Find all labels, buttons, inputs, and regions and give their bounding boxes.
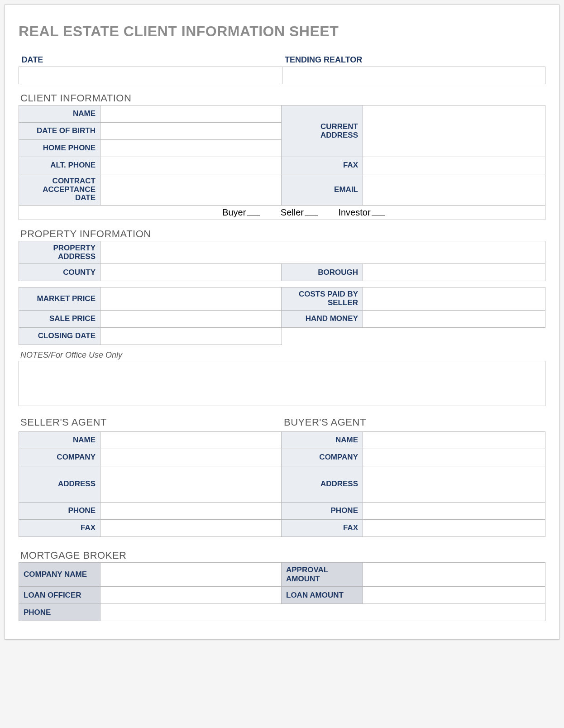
loan-amount-label: LOAN AMOUNT [282,587,363,604]
realtor-label: TENDING REALTOR [282,53,545,67]
ba-fax-label: FAX [282,520,363,537]
ba-phone-field[interactable] [363,503,545,520]
realtor-field[interactable] [282,67,545,84]
alt-phone-field[interactable] [100,157,282,174]
company-name-field[interactable] [100,563,282,587]
hand-money-field[interactable] [363,310,545,327]
date-field[interactable] [19,67,282,84]
loan-officer-field[interactable] [100,587,282,604]
client-table: NAME CURRENT ADDRESS DATE OF BIRTH HOME … [19,105,545,220]
ba-name-field[interactable] [363,432,545,449]
company-name-label: COMPANY NAME [19,563,100,587]
agents-table: NAME NAME COMPANY COMPANY ADDRESS ADDRES… [19,431,545,537]
ba-name-label: NAME [282,432,363,449]
sale-price-label: SALE PRICE [19,310,100,327]
home-phone-field[interactable] [100,140,282,157]
alt-phone-label: ALT. PHONE [19,157,100,174]
sa-company-field[interactable] [100,449,282,466]
ba-company-field[interactable] [363,449,545,466]
ba-address-label: ADDRESS [282,466,363,503]
county-field[interactable] [100,264,282,281]
hand-money-label: HAND MONEY [282,310,363,327]
name-field[interactable] [100,105,282,123]
county-label: COUNTY [19,264,100,281]
closing-date-table: CLOSING DATE [19,328,282,345]
notes-field[interactable] [19,361,545,406]
mb-phone-field[interactable] [100,604,545,621]
contract-field[interactable] [100,174,282,206]
loan-officer-label: LOAN OFFICER [19,587,100,604]
contract-label: CONTRACT ACCEPTANCE DATE [19,174,100,206]
fax-field[interactable] [363,157,545,174]
agent-titles: SELLER'S AGENT BUYER'S AGENT [19,414,545,431]
name-label: NAME [19,105,100,123]
sa-company-label: COMPANY [19,449,100,466]
date-label: DATE [19,53,282,67]
buyer-blank[interactable] [247,215,260,216]
borough-field[interactable] [363,264,545,281]
mb-phone-label: PHONE [19,604,100,621]
document-page: REAL ESTATE CLIENT INFORMATION SHEET DAT… [5,5,559,640]
investor-blank[interactable] [372,215,385,216]
market-price-field[interactable] [100,287,282,310]
sa-fax-field[interactable] [100,520,282,537]
mortgage-section-title: MORTGAGE BROKER [20,550,545,561]
current-address-field[interactable] [363,105,545,157]
current-address-label: CURRENT ADDRESS [282,105,363,157]
mortgage-table: COMPANY NAME APPROVAL AMOUNT LOAN OFFICE… [19,562,545,621]
home-phone-label: HOME PHONE [19,140,100,157]
approval-amount-label: APPROVAL AMOUNT [282,563,363,587]
closing-date-label: CLOSING DATE [19,328,100,345]
costs-paid-field[interactable] [363,287,545,310]
costs-paid-label: COSTS PAID BY SELLER [282,287,363,310]
loan-amount-field[interactable] [363,587,545,604]
sa-fax-label: FAX [19,520,100,537]
top-table: DATE TENDING REALTOR [19,53,545,84]
dob-field[interactable] [100,123,282,140]
sa-address-field[interactable] [100,466,282,503]
property-table-1: PROPERTY ADDRESS COUNTY BOROUGH MARKET P… [19,241,545,328]
fax-label: FAX [282,157,363,174]
sa-phone-field[interactable] [100,503,282,520]
seller-blank[interactable] [305,215,318,216]
role-investor-label: Investor [338,207,370,217]
buyer-agent-title: BUYER'S AGENT [284,417,366,428]
role-row[interactable]: Buyer Seller Investor [19,206,545,220]
dob-label: DATE OF BIRTH [19,123,100,140]
sa-phone-label: PHONE [19,503,100,520]
market-price-label: MARKET PRICE [19,287,100,310]
ba-company-label: COMPANY [282,449,363,466]
role-seller-label: Seller [281,207,304,217]
email-field[interactable] [363,174,545,206]
property-section-title: PROPERTY INFORMATION [20,228,545,240]
property-address-field[interactable] [100,241,545,264]
role-buyer-label: Buyer [222,207,246,217]
client-section-title: CLIENT INFORMATION [20,92,545,104]
property-address-label: PROPERTY ADDRESS [19,241,100,264]
email-label: EMAIL [282,174,363,206]
borough-label: BOROUGH [282,264,363,281]
page-title: REAL ESTATE CLIENT INFORMATION SHEET [19,23,545,40]
ba-fax-field[interactable] [363,520,545,537]
sa-name-label: NAME [19,432,100,449]
notes-label: NOTES/For Office Use Only [20,350,545,360]
ba-address-field[interactable] [363,466,545,503]
closing-date-field[interactable] [100,328,282,345]
sa-address-label: ADDRESS [19,466,100,503]
ba-phone-label: PHONE [282,503,363,520]
sa-name-field[interactable] [100,432,282,449]
approval-amount-field[interactable] [363,563,545,587]
seller-agent-title: SELLER'S AGENT [20,417,107,428]
sale-price-field[interactable] [100,310,282,327]
